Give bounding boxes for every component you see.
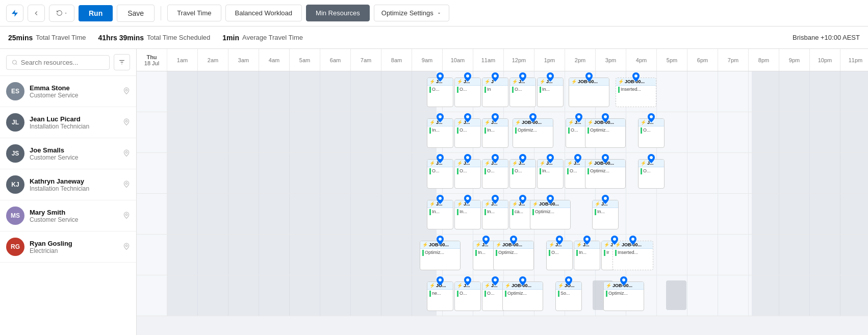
- resource-item[interactable]: JS Joe Smalls Customer Service: [0, 138, 136, 169]
- resource-role: Installation Technician: [30, 185, 120, 192]
- run-button[interactable]: Run: [79, 5, 113, 21]
- job-pin: [585, 72, 593, 83]
- balanced-workload-tab[interactable]: Balanced Workload: [225, 5, 302, 21]
- row-label: [137, 153, 167, 193]
- time-slot-label: 2pm: [565, 49, 596, 71]
- svg-point-19: [439, 115, 442, 118]
- job-card-body: Optimiz...: [585, 126, 625, 135]
- job-wrapper[interactable]: ⚡JO...ne...: [437, 276, 444, 286]
- resource-item[interactable]: RG Ryan Gosling Electrician: [0, 231, 136, 263]
- optimize-settings-button[interactable]: Optimize Settings: [374, 5, 449, 21]
- timeline-panel[interactable]: Thu 18 Jul 1am2am3am4am5am6am7am8am9am10…: [137, 49, 868, 335]
- job-wrapper[interactable]: ⚡JOB-00...Optimiz...: [547, 195, 554, 204]
- job-wrapper[interactable]: ⚡JOB-00...Optimiz...: [510, 236, 517, 245]
- back-button[interactable]: [28, 5, 45, 22]
- job-wrapper[interactable]: ⚡J...O...: [648, 154, 655, 164]
- job-wrapper[interactable]: ⚡J...O...: [437, 154, 444, 164]
- time-slot-label: 7am: [351, 49, 381, 71]
- job-wrapper[interactable]: ⚡J...O...: [575, 113, 582, 123]
- svg-point-11: [125, 245, 127, 247]
- left-panel: ES Emma Stone Customer Service JL Jean L…: [0, 49, 137, 335]
- job-wrapper[interactable]: ⚡J...O...: [437, 72, 444, 82]
- job-wrapper[interactable]: ⚡J...O...: [574, 154, 581, 164]
- job-wrapper[interactable]: ⚡J...ca...: [519, 195, 526, 204]
- job-pin: [611, 236, 618, 246]
- job-wrapper[interactable]: ⚡J...In...: [464, 195, 471, 204]
- job-wrapper[interactable]: ⚡J...In...: [492, 113, 499, 123]
- job-wrapper[interactable]: ⚡J...In...: [492, 195, 499, 204]
- save-button[interactable]: Save: [117, 5, 155, 22]
- timeline-rows: ⚡J...O...⚡J...O...⚡JIn⚡J...O...⚡J...In..…: [137, 71, 868, 316]
- job-card-body: In...: [574, 249, 600, 257]
- time-slot-label: 11pm: [840, 49, 868, 71]
- time-slot-label: 5am: [290, 49, 320, 71]
- job-card-body: O...: [455, 86, 480, 94]
- lightning-button[interactable]: [6, 5, 23, 22]
- job-wrapper[interactable]: ⚡J...O...: [492, 276, 499, 286]
- job-pin: [464, 72, 471, 83]
- job-wrapper[interactable]: ⚡J...In...: [437, 195, 444, 204]
- job-wrapper[interactable]: ⚡J...In...: [437, 113, 444, 123]
- filter-button[interactable]: [114, 54, 130, 70]
- shade-inactive-right: [752, 194, 868, 234]
- time-slot-label: 3am: [228, 49, 259, 71]
- resource-item[interactable]: JL Jean Luc Picard Installation Technici…: [0, 107, 136, 138]
- job-wrapper[interactable]: ⚡J...In...: [482, 236, 490, 245]
- job-wrapper[interactable]: ⚡J...O...: [464, 72, 471, 82]
- job-wrapper[interactable]: ⚡J...O...: [648, 113, 655, 123]
- location-icon: [123, 118, 130, 127]
- svg-point-28: [494, 156, 497, 159]
- job-card-body: O...: [510, 167, 535, 175]
- job-card-body: O...: [510, 86, 535, 94]
- job-wrapper[interactable]: ⚡JOB-00...Optimiz...: [620, 276, 627, 286]
- min-resources-tab[interactable]: Min Resources: [306, 5, 370, 21]
- resource-item[interactable]: MS Mary Smith Customer Service: [0, 200, 136, 231]
- job-wrapper[interactable]: ⚡JOB-00...Optimiz...: [529, 113, 537, 123]
- job-wrapper[interactable]: ⚡JOB-00...Optimiz...: [437, 236, 444, 245]
- job-wrapper[interactable]: ⚡J...O...: [464, 276, 471, 286]
- job-wrapper[interactable]: ⚡JOB-00...Optimiz...: [602, 113, 609, 123]
- undo-redo-button[interactable]: [49, 5, 74, 22]
- job-wrapper[interactable]: ⚡J...O...: [492, 154, 499, 164]
- job-card-body: O...: [427, 86, 453, 94]
- svg-point-43: [558, 238, 561, 241]
- job-card-body: Optimiz...: [503, 290, 543, 298]
- svg-point-8: [125, 151, 127, 153]
- job-wrapper[interactable]: ⚡J...In...: [547, 72, 554, 82]
- job-wrapper[interactable]: ⚡JOB-00...Inserted...: [632, 72, 640, 82]
- job-pin: [437, 113, 444, 124]
- job-pin: [583, 236, 591, 246]
- search-wrapper[interactable]: [6, 55, 110, 70]
- job-wrapper[interactable]: ⚡J...O...: [519, 72, 526, 82]
- job-card-body: So...: [556, 290, 581, 298]
- svg-marker-0: [12, 10, 18, 16]
- job-wrapper[interactable]: ⚡JOB-00...Optimiz...: [602, 154, 609, 164]
- travel-time-tab[interactable]: Travel Time: [167, 5, 221, 21]
- search-input[interactable]: [21, 59, 104, 66]
- job-wrapper[interactable]: ⚡J...O...: [464, 113, 471, 123]
- time-slot-label: 8pm: [749, 49, 779, 71]
- job-wrapper[interactable]: ⚡JIr: [611, 236, 618, 245]
- grey-block: [666, 280, 686, 310]
- job-wrapper[interactable]: ⚡J...O...: [464, 154, 471, 164]
- job-wrapper[interactable]: ⚡JIn: [492, 72, 499, 82]
- job-wrapper[interactable]: ⚡J...O...: [519, 154, 526, 164]
- job-wrapper[interactable]: ⚡J...In...: [583, 236, 591, 245]
- job-wrapper[interactable]: ⚡JOB-00...Optimiz...: [519, 276, 526, 286]
- svg-point-42: [512, 238, 515, 241]
- resource-item[interactable]: ES Emma Stone Customer Service: [0, 76, 136, 107]
- resource-name: Joe Smalls: [30, 146, 120, 154]
- timezone-display: Brisbane +10:00 AEST: [793, 34, 860, 41]
- job-wrapper[interactable]: ⚡JOB-00...Inserted...: [629, 236, 636, 245]
- resource-name: Jean Luc Picard: [30, 115, 120, 123]
- job-wrapper[interactable]: ⚡J...In...: [602, 195, 609, 204]
- job-wrapper[interactable]: ⚡JOB-00...: [585, 72, 593, 82]
- job-wrapper[interactable]: ⚡J...In...: [547, 154, 554, 164]
- job-wrapper[interactable]: ⚡JO...So...: [565, 276, 572, 286]
- resource-item[interactable]: KJ Kathryn Janeway Installation Technici…: [0, 169, 136, 200]
- job-wrapper[interactable]: ⚡J...O...: [556, 236, 563, 245]
- row-label: [137, 194, 167, 234]
- time-slot-label: 10pm: [810, 49, 840, 71]
- resource-role: Customer Service: [30, 92, 120, 99]
- job-pin: [648, 113, 655, 124]
